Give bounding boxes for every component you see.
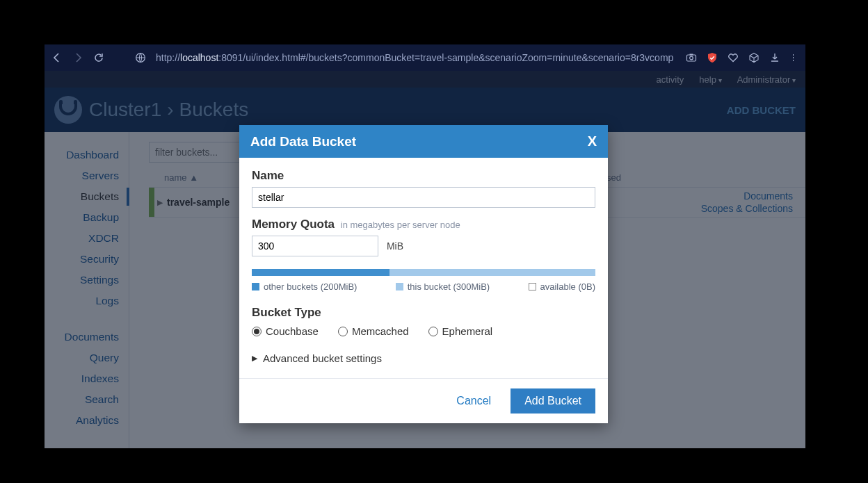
menu-icon[interactable]	[790, 52, 801, 63]
memory-quota-input[interactable]	[252, 236, 378, 256]
bucket-name-input[interactable]	[252, 187, 595, 208]
bucket-type-ephemeral[interactable]: Ephemeral	[428, 325, 493, 337]
bucket-type-memcached[interactable]: Memcached	[338, 325, 409, 337]
svg-point-2	[690, 56, 693, 60]
legend-other: other buckets (200MiB)	[252, 281, 357, 292]
url-prefix: http://	[156, 52, 180, 63]
name-label: Name	[252, 169, 595, 183]
heart-icon[interactable]	[728, 52, 739, 63]
svg-rect-3	[690, 54, 693, 56]
add-bucket-button[interactable]: Add Bucket	[511, 388, 595, 414]
legend-available: available (0B)	[529, 281, 596, 292]
address-bar[interactable]: http://localhost:8091/ui/index.html#/buc…	[156, 52, 676, 63]
quota-bar	[252, 269, 595, 276]
add-bucket-dialog: Add Data Bucket X Name Memory Quota in m…	[239, 125, 608, 423]
app: activity help Administrator Cluster1›Buc…	[45, 71, 805, 448]
reload-icon[interactable]	[93, 52, 104, 63]
url-rest: :8091/ui/index.html#/buckets?commonBucke…	[218, 52, 673, 63]
cube-icon[interactable]	[748, 52, 760, 63]
legend-this: this bucket (300MiB)	[396, 281, 490, 292]
forward-icon[interactable]	[72, 52, 83, 63]
quota-bar-other	[252, 269, 389, 276]
quota-label: Memory Quota in megabytes per server nod…	[252, 218, 595, 231]
chevron-right-icon: ▶	[252, 354, 257, 363]
quota-unit: MiB	[387, 240, 403, 252]
quota-hint: in megabytes per server node	[341, 220, 460, 230]
browser-toolbar: http://localhost:8091/ui/index.html#/buc…	[45, 44, 805, 71]
quota-bar-this	[389, 269, 595, 276]
back-icon[interactable]	[51, 52, 63, 63]
camera-icon[interactable]	[686, 52, 697, 63]
dialog-title: Add Data Bucket	[250, 134, 356, 149]
close-icon[interactable]: X	[588, 133, 597, 149]
cancel-button[interactable]: Cancel	[456, 395, 491, 407]
svg-rect-1	[687, 55, 696, 61]
shield-icon[interactable]	[707, 52, 718, 63]
globe-icon	[135, 52, 146, 63]
download-icon[interactable]	[769, 52, 780, 63]
advanced-settings-toggle[interactable]: ▶ Advanced bucket settings	[252, 352, 595, 364]
url-host: localhost	[180, 52, 218, 63]
bucket-type-couchbase[interactable]: Couchbase	[252, 325, 319, 337]
bucket-type-label: Bucket Type	[252, 306, 595, 320]
